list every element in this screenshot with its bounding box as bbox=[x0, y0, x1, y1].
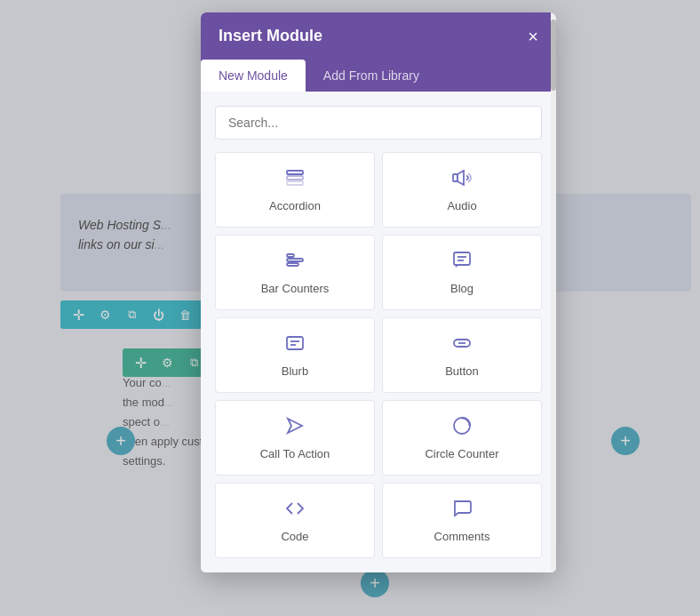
button-icon bbox=[451, 332, 473, 357]
call-to-action-icon bbox=[284, 415, 306, 440]
module-label-button: Button bbox=[445, 364, 479, 378]
module-card-button[interactable]: Button bbox=[382, 317, 542, 393]
module-label-audio: Audio bbox=[447, 199, 476, 212]
module-card-blog[interactable]: Blog bbox=[382, 235, 542, 310]
insert-module-modal: Insert Module × New Module Add From Libr… bbox=[201, 12, 556, 572]
svg-rect-5 bbox=[287, 259, 303, 261]
circle-counter-icon bbox=[451, 415, 473, 440]
svg-rect-11 bbox=[287, 337, 303, 349]
bar-counters-icon bbox=[284, 250, 306, 275]
scrollbar-thumb[interactable] bbox=[551, 20, 556, 91]
module-card-accordion[interactable]: Accordion bbox=[215, 152, 375, 228]
tab-add-from-library[interactable]: Add From Library bbox=[306, 60, 437, 92]
svg-rect-6 bbox=[287, 263, 298, 266]
audio-icon bbox=[451, 167, 473, 192]
svg-rect-8 bbox=[454, 252, 470, 265]
module-card-audio[interactable]: Audio bbox=[382, 152, 542, 228]
module-label-comments: Comments bbox=[434, 530, 490, 543]
module-card-bar-counters[interactable]: Bar Counters bbox=[215, 235, 375, 310]
svg-rect-0 bbox=[287, 171, 303, 174]
module-label-accordion: Accordion bbox=[269, 199, 321, 212]
module-label-call-to-action: Call To Action bbox=[260, 447, 330, 460]
modal-tabs: New Module Add From Library bbox=[201, 60, 556, 92]
module-label-bar-counters: Bar Counters bbox=[261, 282, 330, 295]
module-card-blurb[interactable]: Blurb bbox=[215, 317, 375, 393]
modal-header: Insert Module × bbox=[201, 12, 556, 60]
modal-close-button[interactable]: × bbox=[528, 28, 538, 45]
svg-rect-2 bbox=[287, 181, 303, 185]
blurb-icon bbox=[284, 332, 306, 357]
scrollbar-track bbox=[551, 12, 556, 572]
search-container bbox=[215, 106, 542, 140]
search-input[interactable] bbox=[215, 106, 542, 140]
modal-title: Insert Module bbox=[219, 27, 322, 45]
svg-rect-1 bbox=[287, 176, 303, 180]
modules-grid: Accordion Audio Bar Counters bbox=[215, 152, 542, 558]
module-label-blurb: Blurb bbox=[282, 364, 308, 378]
svg-rect-7 bbox=[287, 254, 294, 257]
accordion-icon bbox=[284, 167, 306, 192]
tab-new-module[interactable]: New Module bbox=[201, 60, 306, 92]
module-label-circle-counter: Circle Counter bbox=[425, 447, 498, 460]
module-card-code[interactable]: Code bbox=[215, 483, 375, 558]
module-label-code: Code bbox=[281, 530, 308, 543]
code-icon bbox=[284, 498, 306, 523]
module-card-circle-counter[interactable]: Circle Counter bbox=[382, 400, 542, 476]
svg-marker-4 bbox=[457, 171, 464, 185]
module-card-call-to-action[interactable]: Call To Action bbox=[215, 400, 375, 476]
blog-icon bbox=[451, 250, 473, 275]
modal-body: Accordion Audio Bar Counters bbox=[201, 92, 556, 572]
module-card-comments[interactable]: Comments bbox=[382, 483, 542, 558]
comments-icon bbox=[451, 498, 473, 523]
module-label-blog: Blog bbox=[450, 282, 473, 295]
